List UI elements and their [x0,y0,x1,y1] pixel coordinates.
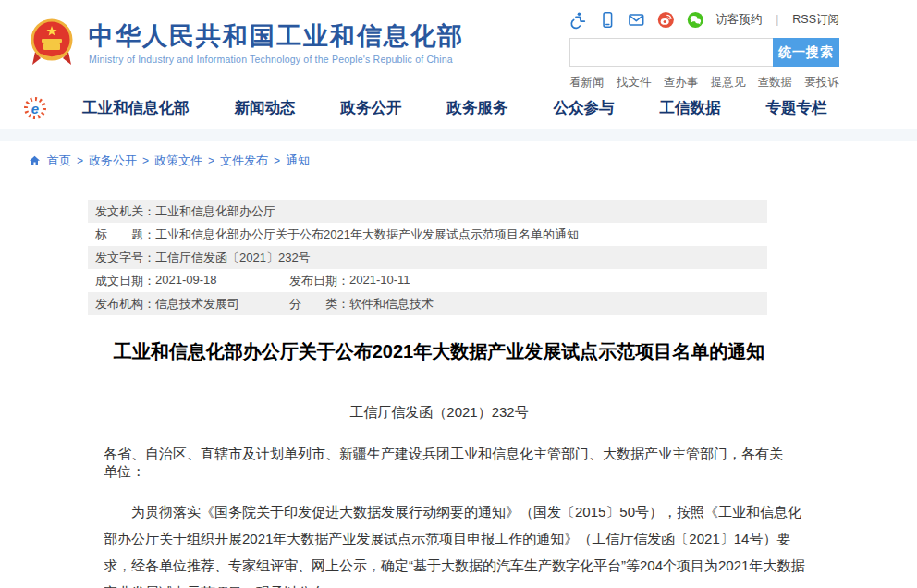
breadcrumb-separator: > [208,154,214,167]
home-icon[interactable] [28,154,42,167]
weibo-icon[interactable] [657,10,675,30]
mail-icon[interactable] [628,10,645,30]
quick-links-row: 看新闻 找文件 查办事 提意见 查数据 要投诉 [569,75,839,91]
gov-site-logo-icon: e [23,96,47,120]
breadcrumb-separator: > [77,154,83,167]
site-header: 中华人民共和国工业和信息化部 Ministry of Industry and … [0,0,917,88]
meta-value: 软件和信息技术 [349,296,434,312]
meta-label: 标 题： [95,227,155,243]
meta-row-doc-number: 发文字号： 工信厅信发函〔2021〕232号 [88,246,767,269]
nav-divider-band [0,129,917,141]
rss-subscribe-link[interactable]: RSS订阅 [792,12,839,28]
quick-link-data[interactable]: 查数据 [758,75,793,91]
breadcrumb-separator: > [142,154,149,167]
site-title[interactable]: 中华人民共和国工业和信息化部 [89,21,464,51]
meta-value: 工业和信息化部办公厅关于公布2021年大数据产业发展试点示范项目名单的通知 [155,227,579,243]
nav-item-miit-data[interactable]: 工信数据 [660,98,721,118]
meta-value: 2021-09-18 [155,273,217,289]
meta-label: 发文字号： [95,250,155,266]
meta-label: 发布日期： [289,273,349,289]
meta-label: 发布机构： [95,296,155,312]
main-nav: e 工业和信息化部 新闻动态 政务公开 政务服务 公众参与 工信数据 专题专栏 [0,88,917,129]
doc-meta-table: 发文机关： 工业和信息化部办公厅 标 题： 工业和信息化部办公厅关于公布2021… [88,200,767,315]
site-logo[interactable]: 中华人民共和国工业和信息化部 Ministry of Industry and … [28,17,464,68]
header-right: 访客预约 | RSS订阅 统一搜索 看新闻 找文件 查办事 提意见 查数据 要投… [569,9,839,91]
top-links-divider: | [776,13,778,26]
breadcrumb-separator: > [274,154,280,167]
nav-item-gov-services[interactable]: 政务服务 [447,98,508,118]
breadcrumb-file-release[interactable]: 文件发布 [220,153,268,169]
svg-text:e: e [31,101,39,116]
meta-label: 分 类： [289,296,349,312]
meta-label: 成文日期： [95,273,155,289]
meta-value: 工业和信息化部办公厅 [155,203,275,220]
meta-value: 信息技术发展司 [155,296,239,312]
meta-row-title: 标 题： 工业和信息化部办公厅关于公布2021年大数据产业发展试点示范项目名单的… [88,223,767,246]
nav-item-ministry[interactable]: 工业和信息化部 [82,98,190,118]
meta-value: 工信厅信发函〔2021〕232号 [155,250,311,266]
meta-row-dates: 成文日期： 2021-09-18 发布日期： 2021-10-11 [88,269,767,292]
quick-link-suggest[interactable]: 提意见 [711,75,746,91]
breadcrumb-home[interactable]: 首页 [47,153,71,169]
document-number: 工信厅信发函（2021）232号 [88,404,790,422]
quick-link-news[interactable]: 看新闻 [569,75,605,91]
breadcrumb-policy-files[interactable]: 政策文件 [154,153,202,169]
document-title: 工业和信息化部办公厅关于公布2021年大数据产业发展试点示范项目名单的通知 [88,339,790,363]
meta-value: 2021-10-11 [349,273,410,289]
site-subtitle: Ministry of Industry and Information Tec… [89,54,464,65]
nav-item-public-participation[interactable]: 公众参与 [554,98,615,118]
mobile-icon[interactable] [599,10,617,30]
visitor-appointment-link[interactable]: 访客预约 [715,12,762,28]
nav-item-news[interactable]: 新闻动态 [235,98,296,118]
quick-link-services[interactable]: 查办事 [664,75,699,91]
nav-item-gov-affairs[interactable]: 政务公开 [341,98,402,118]
quick-link-complaint[interactable]: 要投诉 [804,75,839,91]
national-emblem-icon [28,17,76,68]
nav-item-special-topics[interactable]: 专题专栏 [766,98,827,118]
document-body-paragraph: 为贯彻落实《国务院关于印发促进大数据发展行动纲要的通知》（国发〔2015〕50号… [88,498,809,588]
search-input[interactable] [569,38,773,67]
wechat-icon[interactable] [687,10,704,30]
breadcrumb-gov-affairs[interactable]: 政务公开 [89,153,137,169]
document-area: 发文机关： 工业和信息化部办公厅 标 题： 工业和信息化部办公厅关于公布2021… [88,200,827,588]
document-salutation: 各省、自治区、直辖市及计划单列市、新疆生产建设兵团工业和信息化主管部门、大数据产… [88,446,793,481]
meta-row-publisher-category: 发布机构： 信息技术发展司 分 类： 软件和信息技术 [88,292,767,315]
unified-search-button[interactable]: 统一搜索 [773,38,839,67]
accessibility-icon[interactable] [569,10,587,30]
header-icons-row: 访客预约 | RSS订阅 [569,9,839,30]
site-title-block: 中华人民共和国工业和信息化部 Ministry of Industry and … [89,21,464,65]
quick-link-files[interactable]: 找文件 [617,75,652,91]
breadcrumb: 首页 > 政务公开 > 政策文件 > 文件发布 > 通知 [28,153,917,169]
meta-row-issuing-agency: 发文机关： 工业和信息化部办公厅 [88,200,767,223]
breadcrumb-notice[interactable]: 通知 [286,153,310,169]
meta-label: 发文机关： [95,203,155,220]
search-bar: 统一搜索 [569,38,839,67]
